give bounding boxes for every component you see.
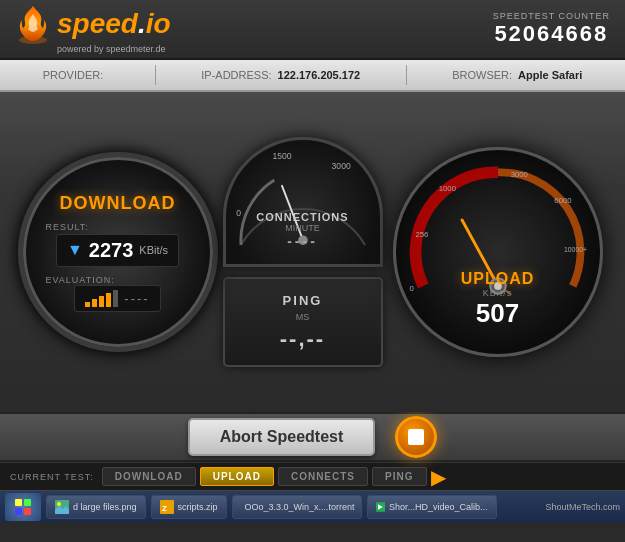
ping-title: PING (283, 293, 323, 308)
result-number: 2273 (89, 239, 134, 262)
upload-tick-1000: 1000 (438, 184, 456, 193)
taskbar-label-1: scripts.zip (178, 502, 218, 512)
video-icon (376, 500, 385, 514)
connections-value: ---- (256, 233, 348, 249)
browser-label: BROWSER: (452, 69, 512, 81)
taskbar-item-3[interactable]: Shor...HD_video_Calib... (367, 495, 497, 519)
abort-button[interactable]: Abort Speedtest (188, 418, 376, 456)
middle-section: 0 1500 3000 CONNECTIONS MINUTE ---- PING… (223, 137, 383, 367)
image-icon (55, 500, 69, 514)
upload-title: UPLOAD (461, 270, 535, 288)
main-area: DOWNLOAD RESULT: ▼ 2273 KBit/s EVALUATIO… (0, 92, 625, 412)
step-upload: UPLOAD (200, 467, 274, 486)
conn-tick-1500: 1500 (272, 151, 291, 161)
download-arrow-icon: ▼ (67, 241, 83, 259)
info-sep-2 (406, 65, 407, 85)
zip-icon: Z (160, 500, 174, 514)
upload-value: 507 (461, 298, 535, 329)
download-gauge: DOWNLOAD RESULT: ▼ 2273 KBit/s EVALUATIO… (23, 157, 213, 347)
counter-value: 52064668 (493, 21, 610, 47)
stop-icon (408, 429, 424, 445)
ip-info: IP-ADDRESS: 122.176.205.172 (201, 69, 360, 81)
logo-name: speed.io (57, 8, 171, 40)
connections-subtitle: MINUTE (256, 223, 348, 233)
connections-title: CONNECTIONS (256, 211, 348, 223)
download-title: DOWNLOAD (60, 193, 176, 214)
upload-tick-0: 0 (409, 284, 414, 293)
info-sep-1 (155, 65, 156, 85)
step-download: DOWNLOAD (102, 467, 196, 486)
svg-rect-7 (15, 499, 22, 506)
evaluation-label: EVALUATION: (46, 275, 115, 285)
svg-text:Z: Z (162, 504, 167, 513)
signal-bar-2 (92, 299, 97, 307)
stop-button[interactable] (395, 416, 437, 458)
upload-unit: KBit/s (461, 288, 535, 298)
step-connects: CONNECTS (278, 467, 368, 486)
taskbar-label-2: OOo_3.3.0_Win_x....torrent (245, 502, 355, 512)
ping-subtitle: ms (296, 312, 310, 322)
provider-label: PROVIDER: (43, 69, 104, 81)
upload-gauge: 0 256 1000 3000 6000 10000+ UPLOAD KBit/… (393, 147, 603, 357)
step-ping: PING (372, 467, 426, 486)
taskbar-item-1[interactable]: Z scripts.zip (151, 495, 227, 519)
upload-tick-256: 256 (415, 230, 428, 239)
taskbar: d large files.png Z scripts.zip OOo_3.3.… (0, 490, 625, 522)
logo-dot: . (138, 8, 146, 39)
svg-point-12 (57, 502, 61, 506)
upload-tick-6000: 6000 (554, 196, 572, 205)
progress-bar: CURRENT TEST: DOWNLOAD UPLOAD CONNECTS P… (0, 462, 625, 490)
svg-rect-10 (24, 508, 31, 515)
taskbar-label-3: Shor...HD_video_Calib... (389, 502, 488, 512)
progress-arrow-icon: ▶ (431, 465, 446, 489)
logo-pre: speed (57, 8, 138, 39)
start-icon (14, 498, 32, 516)
conn-label-area: CONNECTIONS MINUTE ---- (256, 211, 348, 249)
result-unit: KBit/s (139, 244, 168, 256)
upload-info: UPLOAD KBit/s 507 (461, 270, 535, 329)
flame-icon (15, 4, 51, 44)
current-test-label: CURRENT TEST: (10, 472, 94, 482)
signal-bar-1 (85, 302, 90, 307)
counter-label: SPEEDTEST COUNTER (493, 11, 610, 21)
taskbar-item-2[interactable]: OOo_3.3.0_Win_x....torrent (232, 495, 362, 519)
taskbar-label-0: d large files.png (73, 502, 137, 512)
top-bar: speed.io powered by speedmeter.de SPEEDT… (0, 0, 625, 60)
signal-bar-5 (113, 290, 118, 307)
info-bar: PROVIDER: IP-ADDRESS: 122.176.205.172 BR… (0, 60, 625, 92)
svg-rect-9 (15, 508, 22, 515)
taskbar-site: ShoutMeTech.com (545, 502, 620, 512)
connections-gauge: 0 1500 3000 CONNECTIONS MINUTE ---- (223, 137, 383, 267)
ping-box: PING ms --,-- (223, 277, 383, 367)
ping-value: --,-- (280, 326, 325, 352)
eval-bar: ---- (74, 285, 160, 312)
logo-text: speed.io (15, 4, 171, 44)
bottom-bar: Abort Speedtest (0, 412, 625, 462)
test-steps: DOWNLOAD UPLOAD CONNECTS PING ▶ (102, 465, 615, 489)
result-label: RESULT: (46, 222, 89, 232)
conn-tick-0: 0 (236, 208, 241, 218)
speedtest-counter: SPEEDTEST COUNTER 52064668 (493, 11, 610, 47)
upload-tick-3000: 3000 (510, 170, 528, 179)
logo-area: speed.io powered by speedmeter.de (15, 4, 171, 54)
browser-value: Apple Safari (518, 69, 582, 81)
upload-gauge-container: 0 256 1000 3000 6000 10000+ UPLOAD KBit/… (393, 147, 603, 357)
eval-dashes: ---- (124, 291, 149, 306)
start-button[interactable] (5, 493, 41, 521)
powered-by: powered by speedmeter.de (57, 44, 166, 54)
logo-post: io (146, 8, 171, 39)
ip-label: IP-ADDRESS: (201, 69, 271, 81)
ip-value: 122.176.205.172 (278, 69, 361, 81)
svg-rect-8 (24, 499, 31, 506)
signal-bar-4 (106, 293, 111, 307)
upload-tick-10000: 10000+ (564, 246, 587, 253)
browser-info: BROWSER: Apple Safari (452, 69, 582, 81)
taskbar-right: ShoutMeTech.com (545, 502, 620, 512)
conn-tick-3000: 3000 (331, 161, 350, 171)
signal-bars (85, 290, 118, 307)
result-value: ▼ 2273 KBit/s (56, 234, 179, 267)
provider-info: PROVIDER: (43, 69, 110, 81)
signal-bar-3 (99, 296, 104, 307)
taskbar-item-0[interactable]: d large files.png (46, 495, 146, 519)
